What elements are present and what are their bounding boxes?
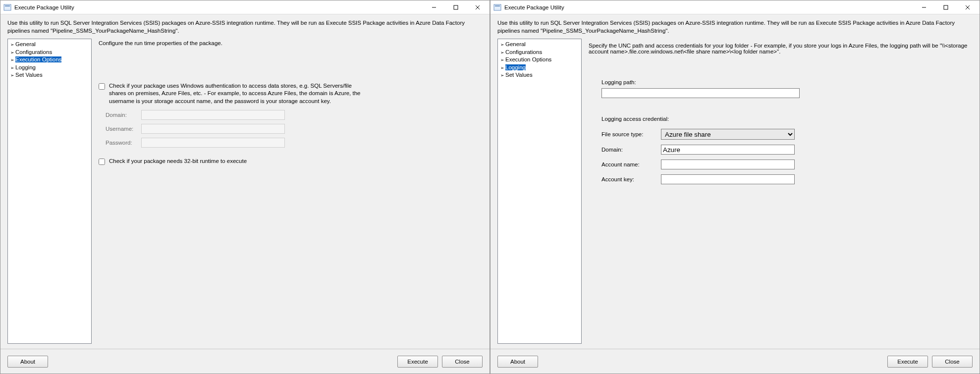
nav-item-configurations[interactable]: ➢Configurations — [499, 49, 580, 56]
maximize-button[interactable] — [935, 1, 957, 14]
nav-arrow-icon: ➢ — [10, 42, 14, 47]
window-logging: Execute Package Utility Use this utility… — [490, 0, 980, 374]
nav-item-configurations[interactable]: ➢Configurations — [9, 49, 90, 56]
close-dialog-button[interactable]: Close — [442, 356, 483, 368]
nav-item-label: Logging — [505, 64, 526, 70]
domain-label: Domain: — [601, 147, 661, 153]
nav-item-label: Logging — [15, 64, 36, 70]
file-source-type-select[interactable]: Azure file share — [661, 129, 795, 140]
windows-auth-checkbox[interactable] — [99, 83, 105, 90]
username-label: Username: — [106, 126, 141, 132]
app-icon — [493, 3, 501, 11]
account-name-label: Account name: — [601, 161, 661, 167]
nav-item-label: Configurations — [15, 49, 52, 55]
nav-item-label: General — [15, 41, 36, 47]
domain-input[interactable] — [661, 145, 795, 155]
nav-arrow-icon: ➢ — [10, 73, 14, 78]
nav-item-label: Set Values — [15, 72, 43, 78]
password-label: Password: — [106, 140, 141, 146]
nav-item-execution-options[interactable]: ➢Execution Options — [9, 56, 90, 64]
domain-input — [141, 110, 285, 120]
titlebar: Execute Package Utility — [0, 0, 490, 14]
nav-arrow-icon: ➢ — [500, 50, 504, 55]
nav-item-general[interactable]: ➢General — [9, 41, 90, 49]
nav-item-general[interactable]: ➢General — [499, 41, 580, 49]
nav-item-label: Execution Options — [505, 56, 551, 62]
runtime-32bit-label: Check if your package needs 32-bit runti… — [109, 158, 247, 165]
nav-item-logging[interactable]: ➢Logging — [9, 64, 90, 72]
page-heading: Configure the run time properties of the… — [99, 40, 482, 48]
account-name-input[interactable] — [661, 160, 795, 169]
about-button[interactable]: About — [7, 356, 48, 368]
credential-section-label: Logging access credential: — [601, 116, 879, 122]
nav-item-set-values[interactable]: ➢Set Values — [9, 71, 90, 79]
runtime-32bit-checkbox[interactable] — [99, 159, 105, 165]
nav-item-label: General — [505, 41, 526, 47]
svg-rect-1 — [5, 5, 10, 6]
windows-auth-label: Check if your package uses Windows authe… — [109, 82, 362, 106]
file-source-type-label: File source type: — [601, 131, 661, 137]
nav-arrow-icon: ➢ — [500, 73, 504, 78]
svg-rect-6 — [494, 4, 501, 10]
nav-arrow-icon: ➢ — [500, 42, 504, 47]
nav-item-set-values[interactable]: ➢Set Values — [499, 71, 580, 79]
svg-rect-9 — [944, 5, 948, 9]
maximize-button[interactable] — [445, 1, 467, 14]
nav-item-label: Execution Options — [15, 56, 61, 62]
close-button[interactable] — [957, 1, 979, 14]
svg-rect-3 — [454, 5, 458, 9]
minimize-button[interactable] — [913, 1, 935, 14]
logging-path-input[interactable] — [601, 88, 800, 98]
about-button[interactable]: About — [497, 356, 538, 368]
execute-button[interactable]: Execute — [397, 356, 438, 368]
nav-item-logging[interactable]: ➢Logging — [499, 64, 580, 72]
nav-tree: ➢General➢Configurations➢Execution Option… — [7, 39, 92, 344]
account-key-input[interactable] — [661, 174, 795, 184]
minimize-button[interactable] — [423, 1, 445, 14]
nav-item-label: Configurations — [505, 49, 542, 55]
page-heading: Specify the UNC path and access credenti… — [589, 43, 972, 54]
app-icon — [3, 3, 11, 11]
close-button[interactable] — [467, 1, 489, 14]
nav-tree: ➢General➢Configurations➢Execution Option… — [497, 39, 582, 344]
nav-arrow-icon: ➢ — [500, 65, 504, 70]
utility-description: Use this utility to run SQL Server Integ… — [0, 14, 490, 39]
nav-item-execution-options[interactable]: ➢Execution Options — [499, 56, 580, 64]
utility-description: Use this utility to run SQL Server Integ… — [490, 14, 980, 39]
nav-arrow-icon: ➢ — [10, 57, 14, 62]
titlebar: Execute Package Utility — [490, 0, 980, 14]
nav-item-label: Set Values — [505, 72, 533, 78]
svg-rect-0 — [4, 4, 11, 10]
nav-arrow-icon: ➢ — [10, 65, 14, 70]
window-title: Execute Package Utility — [14, 4, 74, 10]
account-key-label: Account key: — [601, 176, 661, 182]
logging-path-label: Logging path: — [601, 79, 879, 85]
nav-arrow-icon: ➢ — [500, 57, 504, 62]
svg-rect-7 — [495, 5, 500, 6]
password-input — [141, 138, 285, 148]
username-input — [141, 124, 285, 134]
domain-label: Domain: — [106, 112, 141, 118]
execute-button[interactable]: Execute — [887, 356, 928, 368]
window-title: Execute Package Utility — [504, 4, 564, 10]
close-dialog-button[interactable]: Close — [932, 356, 973, 368]
window-execution-options: Execute Package Utility Use this utility… — [0, 0, 490, 374]
nav-arrow-icon: ➢ — [10, 50, 14, 55]
